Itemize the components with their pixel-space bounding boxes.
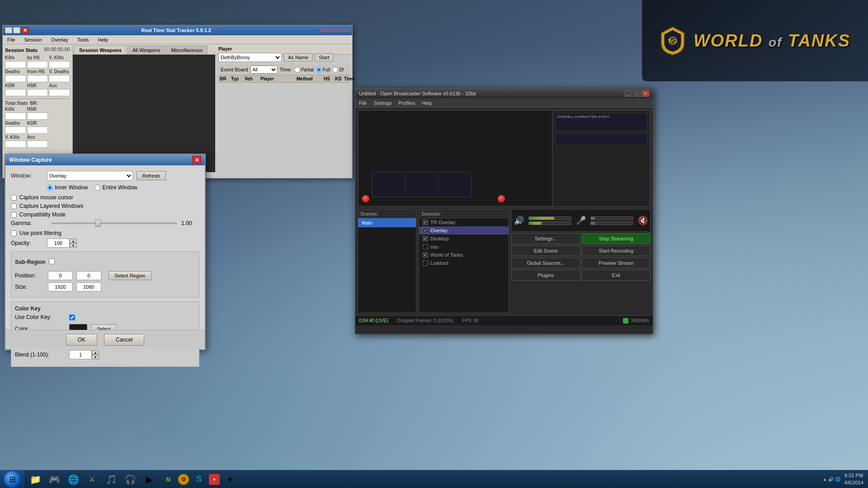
position-y-input[interactable] (76, 271, 101, 280)
obs-preview-stream-btn[interactable]: Preview Stream (582, 258, 651, 268)
taskbar-yellow-circle[interactable]: ⚙ (178, 474, 189, 485)
taskbar-chrome[interactable]: 🌐 (64, 471, 82, 488)
time-full-radio[interactable] (316, 67, 322, 73)
obs-menu-file[interactable]: File (359, 100, 367, 106)
time-full-label: Full (316, 67, 330, 73)
cancel-btn[interactable]: Cancel (104, 334, 144, 346)
gamma-thumb[interactable] (95, 220, 101, 227)
obs-source-loadout[interactable]: Loadout (419, 259, 509, 267)
wincap-close-btn[interactable]: ✕ (192, 156, 201, 164)
time-partial-radio[interactable] (294, 67, 300, 73)
obs-source-wot-checkbox[interactable]: ✓ (423, 252, 428, 258)
as-name-btn[interactable]: As Name (284, 53, 312, 61)
compat-mode-checkbox[interactable] (11, 212, 17, 218)
taskbar-media[interactable]: ▶ (140, 471, 158, 488)
size-height-input[interactable] (76, 282, 101, 291)
obs-source-tr-overlay[interactable]: ✓ TR Overlay (419, 218, 509, 226)
obs-window: Untitled - Open Broadcaster Software v0.… (355, 88, 653, 334)
rtst-close-btn[interactable]: ✕ (21, 27, 28, 33)
capture-layered-checkbox[interactable] (11, 203, 17, 209)
player-select[interactable]: DethByBrony (218, 53, 282, 62)
tab-miscellaneous[interactable]: Miscellaneous (166, 46, 208, 54)
obs-close-btn[interactable]: ✕ (642, 90, 649, 97)
position-x-input[interactable] (48, 271, 73, 280)
ok-btn[interactable]: OK (66, 334, 97, 346)
refresh-btn[interactable]: Refresh (137, 171, 166, 180)
blend-down-btn[interactable]: ▼ (92, 355, 99, 359)
obs-menu-settings[interactable]: Settings (374, 100, 392, 106)
event-board-filter[interactable]: All (250, 66, 278, 74)
opacity-input[interactable] (47, 239, 70, 248)
taskbar-steam[interactable]: 🎮 (45, 471, 63, 488)
obs-scene-main[interactable]: Main (358, 218, 416, 227)
rtst-menu-file[interactable]: File (5, 36, 18, 43)
rtst-maximize-btn[interactable]: □ (13, 27, 20, 33)
select-region-btn[interactable]: Select Region (108, 271, 151, 280)
obs-settings-btn[interactable]: Settings... (511, 233, 580, 244)
capture-mouse-checkbox[interactable] (11, 195, 17, 201)
obs-menubar: File Settings Profiles Help (355, 99, 653, 108)
point-filter-checkbox[interactable] (11, 230, 17, 236)
taskbar-nvidia[interactable]: N (159, 471, 177, 488)
taskbar-right: ▲ 🔊 🌐 6:31 PM 4/6/2014 (823, 472, 868, 486)
taskbar-skype[interactable]: S (190, 471, 208, 488)
obs-stop-streaming-btn[interactable]: Stop Streaming (582, 233, 651, 244)
subregion-header-row: Sub-Region (15, 255, 195, 267)
tab-session-weapons[interactable]: Session Weapons (74, 46, 127, 54)
obs-source-overlay-checkbox[interactable]: ✓ (423, 228, 428, 233)
start-button[interactable]: ⊞ (0, 470, 24, 488)
entire-window-radio[interactable] (94, 185, 100, 191)
rtst-menu-session[interactable]: Session (22, 36, 44, 43)
blend-input[interactable] (69, 350, 92, 359)
obs-source-osu-checkbox[interactable] (423, 244, 428, 249)
time-df-radio[interactable] (332, 67, 338, 73)
window-select[interactable]: Overlay (47, 171, 133, 181)
obs-exit-btn[interactable]: Exit (582, 270, 651, 281)
rtst-menu-overlay[interactable]: Overlay (49, 36, 71, 43)
obs-source-desktop-checkbox[interactable]: ✓ (423, 236, 428, 241)
capture-layered-label: Capture Layered Windows (11, 203, 199, 209)
obs-titlebar[interactable]: Untitled - Open Broadcaster Software v0.… (355, 89, 653, 99)
player-row: DethByBrony As Name Start (218, 53, 350, 62)
obs-menu-profiles[interactable]: Profiles (398, 100, 415, 106)
start-orb[interactable]: ⊞ (4, 471, 20, 488)
obs-source-loadout-checkbox[interactable] (423, 260, 428, 266)
rtst-minimize-btn[interactable]: _ (5, 27, 12, 33)
taskbar-headset[interactable]: 🎧 (121, 471, 139, 488)
obs-source-overlay[interactable]: ✓ Overlay (419, 226, 509, 235)
subregion-checkbox[interactable] (49, 258, 55, 264)
obs-source-osu[interactable]: osu (419, 243, 509, 251)
rtst-title-text: Real Time Stat Tracker 0.9.1.2 (32, 28, 320, 33)
opacity-up-btn[interactable]: ▲ (70, 239, 77, 243)
obs-source-tr-overlay-checkbox[interactable]: ✓ (423, 220, 428, 225)
obs-global-sources-btn[interactable]: Global Sources... (511, 258, 580, 268)
size-label: Size: (15, 284, 44, 290)
size-width-input[interactable] (48, 282, 73, 291)
total-acc-value (27, 141, 48, 148)
obs-menu-help[interactable]: Help (422, 100, 432, 106)
rtst-menu-help[interactable]: Help (95, 36, 110, 43)
blend-up-btn[interactable]: ▲ (92, 350, 99, 355)
event-board-header: Event Board All Time: Partial Full Df (218, 64, 350, 75)
inner-window-radio[interactable] (47, 185, 53, 191)
opacity-down-btn[interactable]: ▼ (70, 243, 77, 248)
obs-source-wot[interactable]: ✓ World of Tanks (419, 251, 509, 259)
obs-maximize-btn[interactable]: □ (633, 90, 641, 97)
use-color-key-checkbox[interactable] (69, 314, 75, 320)
tab-all-weapons[interactable]: All Weapons (127, 46, 165, 54)
obs-start-recording-btn[interactable]: Start Recording (582, 245, 651, 256)
gamma-track[interactable] (52, 222, 177, 224)
obs-live-time: 0:04:40 (LIVE) (359, 318, 388, 323)
taskbar-obs-taskbar[interactable]: ● (209, 474, 220, 485)
obs-source-desktop[interactable]: ✓ Desktop (419, 235, 509, 243)
start-btn[interactable]: Start (315, 53, 333, 61)
obs-minimize-btn[interactable]: _ (625, 90, 632, 97)
taskbar-teamspeak[interactable]: 🎵 (102, 471, 120, 488)
taskbar-extra[interactable]: ❖ (221, 471, 239, 488)
rtst-menu-tools[interactable]: Tools (75, 36, 91, 43)
taskbar-wot-icon[interactable]: ⚔ (83, 471, 101, 488)
obs-plugins-btn[interactable]: Plugins (511, 270, 580, 281)
obs-edit-scene-btn[interactable]: Edit Scene (511, 245, 580, 256)
taskbar-explorer[interactable]: 📁 (26, 471, 44, 488)
rtst-titlebar[interactable]: _ □ ✕ Real Time Stat Tracker 0.9.1.2 Dis… (3, 25, 352, 35)
